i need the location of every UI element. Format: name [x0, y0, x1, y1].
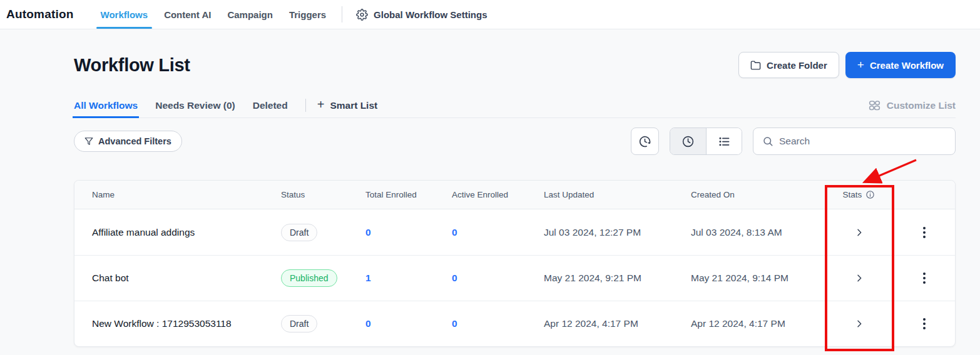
- create-workflow-label: Create Workflow: [870, 60, 944, 71]
- customize-list-label: Customize List: [887, 100, 956, 111]
- recent-view-button[interactable]: [670, 128, 706, 154]
- nav-tab-triggers[interactable]: Triggers: [281, 0, 334, 29]
- last-updated-value: May 21 2024, 9:21 PM: [544, 272, 691, 284]
- tab-deleted[interactable]: Deleted: [253, 93, 288, 118]
- tab-all-workflows[interactable]: All Workflows: [74, 93, 138, 118]
- toolbar-right: [631, 128, 956, 155]
- tabs-divider: [305, 99, 306, 112]
- stats-expand-chevron[interactable]: [824, 228, 894, 238]
- last-updated-value: Jul 03 2024, 12:27 PM: [544, 227, 691, 238]
- column-header-total-enrolled: Total Enrolled: [365, 190, 452, 199]
- create-workflow-button[interactable]: + Create Workflow: [845, 52, 956, 78]
- plus-icon: +: [317, 98, 325, 112]
- chevron-right-icon: [854, 228, 864, 238]
- row-actions-kebab[interactable]: [918, 313, 931, 334]
- table-header-row: Name Status Total Enrolled Active Enroll…: [74, 181, 955, 209]
- nav-divider: [342, 6, 342, 22]
- column-header-created-on: Created On: [691, 190, 824, 199]
- toolbar: Advanced Filters: [74, 128, 956, 155]
- global-workflow-settings-label: Global Workflow Settings: [374, 9, 487, 20]
- created-on-value: Jul 03 2024, 8:13 AM: [691, 227, 824, 238]
- create-folder-button[interactable]: Create Folder: [738, 52, 839, 78]
- column-header-active-enrolled: Active Enrolled: [452, 190, 544, 199]
- page-header: Workflow List Create Folder + Create Wor…: [74, 52, 956, 78]
- stats-expand-chevron[interactable]: [824, 319, 894, 329]
- status-badge: Draft: [281, 315, 317, 332]
- chevron-right-icon: [854, 319, 864, 329]
- smart-list-button[interactable]: + Smart List: [317, 93, 378, 118]
- top-navigation: Automation Workflows Content AI Campaign…: [0, 0, 980, 29]
- stats-header-label: Stats: [843, 190, 862, 199]
- search-icon: [762, 136, 773, 147]
- advanced-filters-label: Advanced Filters: [98, 136, 171, 146]
- enrollment-history-button[interactable]: [631, 128, 659, 155]
- history-clock-icon: [638, 135, 651, 148]
- table-row[interactable]: Affiliate manual addings Draft 0 0 Jul 0…: [74, 209, 955, 255]
- active-enrolled-link[interactable]: 0: [452, 272, 544, 284]
- workflow-name[interactable]: New Workflow : 1712953053118: [74, 318, 281, 329]
- folder-icon: [750, 60, 761, 71]
- chevron-right-icon: [854, 273, 864, 283]
- view-toggle-group: [670, 128, 742, 155]
- customize-list-icon: [868, 99, 881, 112]
- total-enrolled-link[interactable]: 1: [365, 272, 452, 284]
- nav-tab-content-ai[interactable]: Content AI: [156, 0, 219, 29]
- column-header-stats: Stats: [824, 190, 894, 199]
- create-folder-label: Create Folder: [767, 60, 827, 71]
- row-actions-kebab[interactable]: [918, 222, 931, 243]
- active-enrolled-link[interactable]: 0: [452, 318, 544, 329]
- plus-icon: +: [857, 59, 864, 71]
- nav-tab-workflows[interactable]: Workflows: [93, 0, 156, 29]
- app-title: Automation: [6, 0, 74, 29]
- workflow-name[interactable]: Chat bot: [74, 272, 281, 284]
- workflow-list-tabs: All Workflows Needs Review (0) Deleted +…: [74, 93, 956, 118]
- global-workflow-settings-button[interactable]: Global Workflow Settings: [350, 0, 493, 29]
- search-input[interactable]: [779, 136, 946, 147]
- total-enrolled-link[interactable]: 0: [365, 227, 452, 238]
- table-row[interactable]: New Workflow : 1712953053118 Draft 0 0 A…: [74, 301, 955, 346]
- column-header-status: Status: [281, 190, 365, 199]
- customize-list-button[interactable]: Customize List: [868, 93, 956, 118]
- gear-icon: [356, 9, 368, 21]
- list-icon: [718, 135, 731, 148]
- info-icon[interactable]: [865, 190, 875, 199]
- header-actions: Create Folder + Create Workflow: [738, 52, 956, 78]
- search-box: [753, 128, 956, 155]
- stats-expand-chevron[interactable]: [824, 273, 894, 283]
- smart-list-label: Smart List: [330, 100, 377, 111]
- status-badge: Published: [281, 269, 337, 287]
- row-actions-kebab[interactable]: [918, 268, 931, 289]
- list-view-button[interactable]: [706, 128, 742, 154]
- workflow-name[interactable]: Affiliate manual addings: [74, 227, 281, 238]
- status-badge: Draft: [281, 224, 317, 241]
- filter-funnel-icon: [84, 137, 93, 146]
- nav-tab-campaign[interactable]: Campaign: [219, 0, 281, 29]
- column-header-name: Name: [74, 190, 281, 199]
- page-title: Workflow List: [74, 55, 190, 76]
- created-on-value: Apr 12 2024, 4:17 PM: [691, 318, 824, 329]
- tab-needs-review[interactable]: Needs Review (0): [155, 93, 235, 118]
- created-on-value: May 21 2024, 9:14 PM: [691, 272, 824, 284]
- table-row[interactable]: Chat bot Published 1 0 May 21 2024, 9:21…: [74, 255, 955, 301]
- total-enrolled-link[interactable]: 0: [365, 318, 452, 329]
- workflow-table: Name Status Total Enrolled Active Enroll…: [74, 180, 956, 347]
- advanced-filters-button[interactable]: Advanced Filters: [74, 131, 182, 152]
- active-enrolled-link[interactable]: 0: [452, 227, 544, 238]
- clock-icon: [681, 135, 695, 148]
- column-header-last-updated: Last Updated: [544, 190, 691, 199]
- last-updated-value: Apr 12 2024, 4:17 PM: [544, 318, 691, 329]
